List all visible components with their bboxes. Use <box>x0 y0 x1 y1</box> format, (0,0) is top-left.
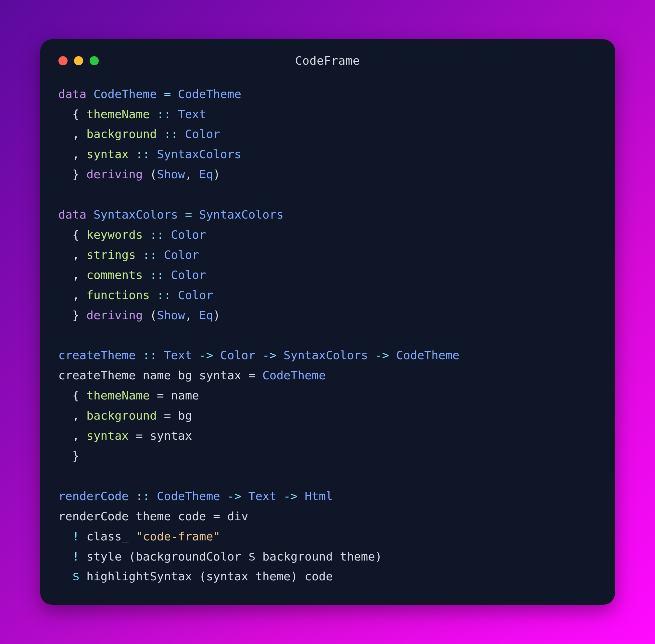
type: SyntaxColors <box>283 348 368 362</box>
type: Text <box>249 489 277 503</box>
code-block: data CodeTheme = CodeTheme { themeName :… <box>59 84 597 587</box>
field: background <box>86 127 157 141</box>
operator: :: <box>128 147 157 161</box>
type: Text <box>178 108 206 121</box>
type: Html <box>305 489 333 503</box>
type: Eq <box>199 167 213 181</box>
type: Show <box>157 308 185 322</box>
paren: ) <box>213 167 220 181</box>
code-text: renderCode theme code = div <box>59 509 249 523</box>
field: comments <box>86 268 143 281</box>
type: Show <box>157 167 185 181</box>
type: Text <box>164 348 192 362</box>
comma: , <box>59 429 87 442</box>
paren: ( <box>143 308 157 322</box>
code-text: style (backgroundColor $ background them… <box>79 550 382 563</box>
operator: :: <box>136 348 164 362</box>
brace: } <box>59 449 79 462</box>
field: functions <box>86 289 150 302</box>
equals: = <box>157 409 178 422</box>
window-title: CodeFrame <box>59 54 597 67</box>
code-text: createTheme name bg syntax = <box>59 369 263 382</box>
value: syntax <box>150 429 192 442</box>
operator: = <box>178 208 199 221</box>
arrow: -> <box>255 348 283 362</box>
string-quote: " <box>136 530 143 543</box>
brace: } <box>59 308 87 322</box>
field: syntax <box>86 147 128 161</box>
paren: ) <box>213 308 220 322</box>
operator: :: <box>157 127 185 141</box>
field: themeName <box>86 389 150 402</box>
keyword: deriving <box>86 167 143 181</box>
operator: :: <box>150 289 178 302</box>
indent <box>59 530 72 543</box>
operator: :: <box>143 268 171 281</box>
brace: { <box>59 228 87 241</box>
traffic-lights <box>59 56 99 65</box>
comma: , <box>59 127 87 141</box>
bang: ! <box>72 550 79 563</box>
operator: :: <box>128 489 157 503</box>
equals: = <box>150 389 171 402</box>
value: bg <box>178 409 192 422</box>
string: code-frame <box>143 530 213 543</box>
indent <box>59 550 72 563</box>
maximize-icon[interactable] <box>90 56 99 65</box>
comma: , <box>185 167 199 181</box>
field: strings <box>86 248 136 261</box>
string-quote: " <box>213 530 220 543</box>
arrow: -> <box>276 489 305 503</box>
operator: :: <box>150 108 178 121</box>
type: SyntaxColors <box>199 208 283 221</box>
indent <box>59 570 72 583</box>
keyword: data <box>59 208 87 221</box>
type: CodeTheme <box>262 369 326 382</box>
brace: } <box>59 167 87 181</box>
keyword: deriving <box>86 308 143 322</box>
dollar: $ <box>72 570 79 583</box>
type: SyntaxColors <box>94 208 178 221</box>
code-text: class_ <box>79 530 136 543</box>
titlebar: CodeFrame <box>59 53 597 69</box>
keyword: data <box>59 87 87 101</box>
operator: :: <box>136 248 164 261</box>
bang: ! <box>72 530 79 543</box>
field: background <box>86 409 157 422</box>
function-name: renderCode <box>59 489 129 503</box>
type: Color <box>185 127 220 141</box>
field: themeName <box>86 108 150 121</box>
value: name <box>171 389 199 402</box>
close-icon[interactable] <box>59 56 68 65</box>
comma: , <box>59 289 87 302</box>
type: CodeTheme <box>94 87 157 101</box>
brace: { <box>59 389 87 402</box>
arrow: -> <box>368 348 396 362</box>
code-text: highlightSyntax (syntax theme) code <box>79 570 333 583</box>
equals: = <box>128 429 150 442</box>
comma: , <box>59 248 87 261</box>
operator: :: <box>143 228 171 241</box>
type: Color <box>220 348 255 362</box>
function-name: createTheme <box>59 348 136 362</box>
field: keywords <box>86 228 143 241</box>
code-window: CodeFrame data CodeTheme = CodeTheme { t… <box>40 39 615 605</box>
minimize-icon[interactable] <box>74 56 83 65</box>
type: CodeTheme <box>178 87 241 101</box>
arrow: -> <box>220 489 249 503</box>
type: Color <box>171 268 206 281</box>
brace: { <box>59 108 87 121</box>
type: Color <box>171 228 206 241</box>
comma: , <box>59 409 87 422</box>
type: SyntaxColors <box>157 147 241 161</box>
comma: , <box>59 268 87 281</box>
comma: , <box>59 147 87 161</box>
type: Color <box>164 248 199 261</box>
type: Color <box>178 289 213 302</box>
comma: , <box>185 308 199 322</box>
type: Eq <box>199 308 213 322</box>
field: syntax <box>86 429 128 442</box>
operator: = <box>157 87 178 101</box>
type: CodeTheme <box>396 348 460 362</box>
type: CodeTheme <box>157 489 220 503</box>
